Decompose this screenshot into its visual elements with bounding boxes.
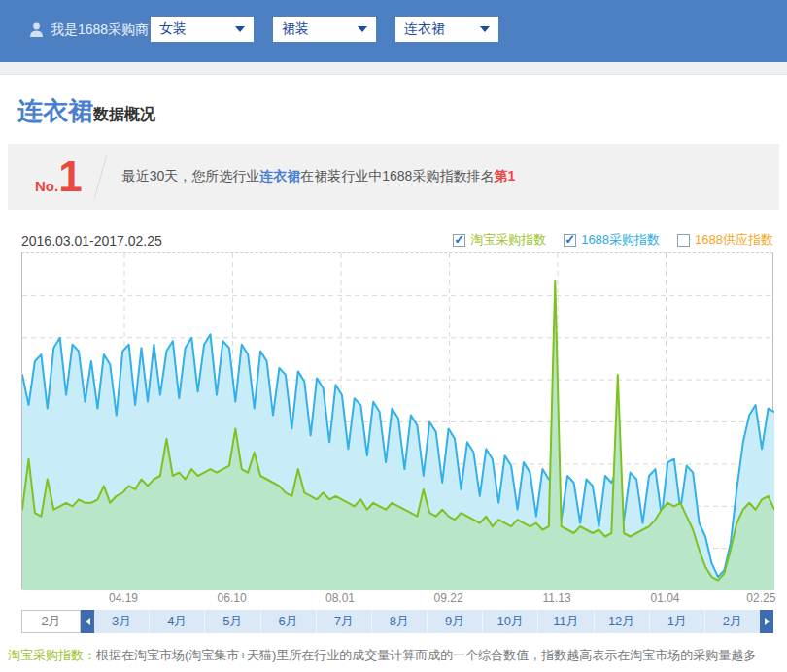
month-cell-10[interactable]: 12月 [595, 610, 650, 633]
x-tick-label: 01.04 [650, 591, 679, 605]
month-selector: 2月 3月4月5月6月7月8月9月10月11月12月1月2月 [21, 610, 773, 633]
dropdown-value: 女装 [159, 20, 187, 38]
rank-banner: No. 1 最近30天，您所选行业连衣裙在裙装行业中1688采购指数排名第1 [8, 144, 779, 210]
month-cell-3[interactable]: 5月 [205, 610, 260, 633]
checkbox-checked-icon[interactable] [564, 234, 576, 247]
category-dropdown-level1[interactable]: 女装 [151, 17, 254, 42]
month-cell-6[interactable]: 8月 [372, 610, 428, 633]
x-axis-labels: 04.1906.1008.0109.2211.1301.0402.25 [21, 589, 773, 607]
dropdown-value: 裙装 [282, 20, 309, 38]
rank-number: No. 1 [8, 155, 83, 198]
month-cell-1[interactable]: 3月 [94, 610, 150, 633]
scroll-left-button[interactable] [81, 610, 94, 633]
footnote-taobao: 淘宝采购指数：根据在淘宝市场(淘宝集市+天猫)里所在行业的成交量计算而成的一个综… [8, 647, 787, 664]
legend-item-2[interactable]: 1688供应指数 [677, 231, 773, 249]
index-chart-svg [22, 253, 774, 590]
month-cell-11[interactable]: 1月 [650, 610, 705, 633]
user-menu-label: 我是1688采购商 [51, 21, 149, 39]
page-title: 连衣裙数据概况 [17, 94, 787, 128]
x-tick-label: 06.10 [218, 591, 247, 605]
user-menu[interactable]: 我是1688采购商 [29, 21, 166, 39]
rank-text-prefix: 最近30天，您所选行业 [122, 168, 260, 184]
chevron-down-icon [235, 26, 245, 32]
month-cell-4[interactable]: 6月 [261, 610, 317, 633]
month-cells: 3月4月5月6月7月8月9月10月11月12月1月2月 [94, 610, 760, 633]
page-title-rest: 数据概况 [93, 106, 155, 122]
chevron-down-icon [480, 26, 490, 32]
arrow-left-icon [86, 618, 90, 625]
chart-legend: 淘宝采购指数1688采购指数1688供应指数 [453, 231, 773, 249]
checkbox-checked-icon[interactable] [453, 234, 465, 247]
chevron-down-icon [358, 26, 367, 32]
month-cell-9[interactable]: 11月 [538, 610, 594, 633]
rank-text-keyword: 连衣裙 [259, 168, 300, 184]
legend-label: 淘宝采购指数 [470, 231, 546, 249]
index-chart [21, 252, 773, 589]
month-cell-8[interactable]: 10月 [483, 610, 538, 633]
legend-label: 1688采购指数 [581, 231, 660, 249]
legend-item-1[interactable]: 1688采购指数 [564, 231, 660, 249]
category-dropdown-level3[interactable]: 连衣裙 [395, 17, 498, 42]
chart-header-row: 2016.03.01-2017.02.25 淘宝采购指数1688采购指数1688… [21, 231, 773, 249]
footnotes: 淘宝采购指数：根据在淘宝市场(淘宝集市+天猫)里所在行业的成交量计算而成的一个综… [8, 647, 787, 672]
month-cell-2[interactable]: 4月 [150, 610, 205, 633]
top-header: 我是1688采购商 女装 裙装 连衣裙 [0, 0, 787, 62]
scroll-right-button[interactable] [760, 610, 773, 633]
rank-description: 最近30天，您所选行业连衣裙在裙装行业中1688采购指数排名第1 [122, 168, 516, 185]
date-range-label: 2016.03.01-2017.02.25 [21, 233, 162, 249]
footnote-taobao-text: 根据在淘宝市场(淘宝集市+天猫)里所在行业的成交量计算而成的一个综合数值，指数越… [96, 648, 756, 662]
month-cell-12[interactable]: 2月 [705, 610, 760, 633]
checkbox-unchecked-icon[interactable] [677, 234, 690, 247]
x-tick-label: 02.25 [746, 591, 775, 605]
header-sub-band [0, 62, 787, 75]
x-tick-label: 08.01 [325, 591, 355, 605]
rank-text-rank: 第1 [494, 168, 515, 184]
rank-text-middle: 在裙装行业中1688采购指数排名 [300, 168, 494, 184]
legend-label: 1688供应指数 [695, 231, 773, 249]
x-tick-label: 04.19 [109, 591, 138, 605]
month-cell-5[interactable]: 7月 [317, 610, 372, 633]
x-tick-label: 11.13 [542, 591, 570, 605]
rank-no-label: No. [35, 178, 58, 194]
current-month-cell[interactable]: 2月 [21, 610, 81, 633]
rank-value: 1 [58, 155, 82, 198]
legend-item-0[interactable]: 淘宝采购指数 [453, 231, 546, 249]
category-dropdown-level2[interactable]: 裙装 [273, 17, 376, 42]
divider [93, 155, 107, 198]
dropdown-value: 连衣裙 [404, 20, 445, 38]
page-title-keyword: 连衣裙 [17, 96, 93, 125]
x-tick-label: 09.22 [434, 591, 463, 605]
footnote-taobao-label: 淘宝采购指数： [8, 648, 96, 662]
arrow-right-icon [765, 618, 770, 625]
user-icon [29, 22, 44, 38]
month-cell-7[interactable]: 9月 [428, 610, 483, 633]
